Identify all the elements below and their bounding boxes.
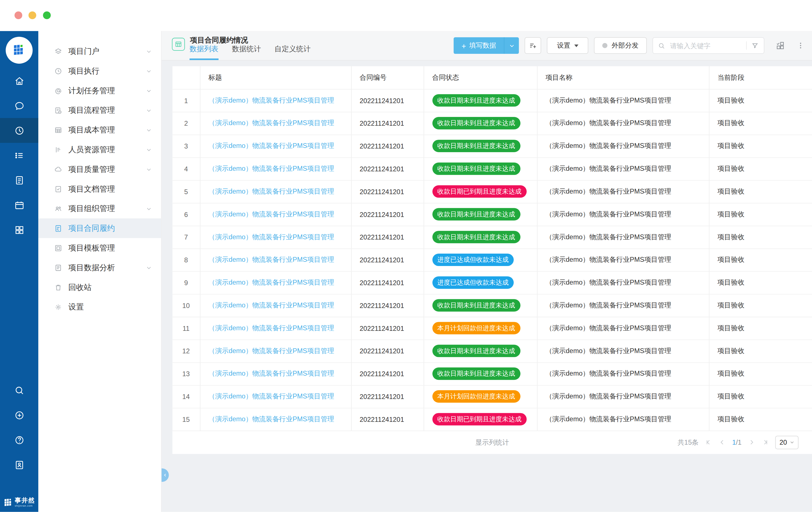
page-size-select[interactable]: 20 [775, 435, 799, 449]
row-number: 13 [173, 362, 200, 385]
record-link[interactable]: （演示demo）物流装备行业PMS项目管理 [208, 347, 334, 355]
doc-lines-icon [54, 263, 63, 272]
record-link[interactable]: （演示demo）物流装备行业PMS项目管理 [208, 119, 334, 127]
rail-item-home[interactable] [0, 68, 38, 93]
status-badge: 本月计划回款但进度未达成 [432, 390, 520, 403]
calendar-icon [13, 199, 25, 211]
first-page-button[interactable] [705, 439, 712, 446]
record-link[interactable]: （演示demo）物流装备行业PMS项目管理 [208, 415, 334, 423]
record-link[interactable]: （演示demo）物流装备行业PMS项目管理 [208, 369, 334, 377]
record-link[interactable]: （演示demo）物流装备行业PMS项目管理 [208, 392, 334, 400]
rail-item-feedback[interactable] [0, 453, 38, 477]
col-title: 标题 [200, 66, 351, 89]
settings-label: 设置 [557, 41, 570, 50]
tab-custom-stats[interactable]: 自定义统计 [274, 44, 311, 60]
tab-data-stats[interactable]: 数据统计 [232, 44, 261, 60]
current-stage: 项目验收 [709, 317, 812, 339]
row-number: 7 [173, 226, 200, 248]
sidebar-item-3[interactable]: 项目流程管理 [38, 100, 161, 120]
app-logo-avatar[interactable] [6, 37, 33, 64]
project-name: （演示demo）物流装备行业PMS项目管理 [537, 408, 709, 430]
table-row: 12 （演示demo）物流装备行业PMS项目管理 202211241201 收款… [173, 339, 812, 362]
row-number: 3 [173, 135, 200, 157]
prev-page-button[interactable] [719, 439, 725, 446]
sidebar-item-6[interactable]: 项目质量管理 [38, 159, 161, 179]
sidebar-item-2[interactable]: 计划任务管理 [38, 81, 161, 100]
page-indicator: 1/1 [732, 439, 742, 446]
status-badge: 收款日期未到且进度未达成 [432, 299, 520, 312]
sidebar-collapse-handle[interactable] [162, 468, 169, 482]
rail-item-projects[interactable] [0, 118, 38, 143]
doc-clock-icon [54, 106, 63, 115]
filter-funnel-icon[interactable] [751, 41, 759, 50]
minimize-button[interactable] [28, 11, 36, 19]
project-name: （演示demo）物流装备行业PMS项目管理 [537, 271, 709, 294]
search-icon [658, 42, 666, 50]
rail-item-search[interactable] [0, 378, 38, 403]
sidebar-item-13[interactable]: 设置 [38, 297, 161, 317]
sidebar-item-label: 项目执行 [68, 66, 146, 76]
record-link[interactable]: （演示demo）物流装备行业PMS项目管理 [208, 142, 334, 150]
search-icon [13, 384, 25, 396]
rail-item-documents[interactable] [0, 168, 38, 192]
project-name: （演示demo）物流装备行业PMS项目管理 [537, 157, 709, 180]
external-distribute-button[interactable]: 外部分发 [594, 37, 647, 54]
fill-data-dropdown-button[interactable] [504, 37, 519, 54]
main-area: 项目合同履约情况 数据列表 数据统计 自定义统计 +填写数据 设置 [162, 31, 812, 512]
tab-data-list[interactable]: 数据列表 [190, 44, 219, 60]
rail-item-list[interactable] [0, 143, 38, 168]
col-row-number [173, 66, 200, 89]
project-name: （演示demo）物流装备行业PMS项目管理 [537, 203, 709, 226]
record-link[interactable]: （演示demo）物流装备行业PMS项目管理 [208, 324, 334, 332]
close-button[interactable] [14, 11, 22, 19]
contract-number: 202211241201 [351, 180, 424, 203]
chevron-down-icon [509, 43, 515, 49]
sidebar-item-7[interactable]: 项目文档管理 [38, 179, 161, 199]
record-link[interactable]: （演示demo）物流装备行业PMS项目管理 [208, 301, 334, 309]
template-icon [54, 243, 63, 252]
project-name: （演示demo）物流装备行业PMS项目管理 [537, 226, 709, 248]
sidebar-item-9[interactable]: 项目合同履约 [38, 218, 161, 238]
sidebar-item-4[interactable]: 项目成本管理 [38, 120, 161, 140]
sidebar-item-12[interactable]: 回收站 [38, 277, 161, 297]
kebab-menu-icon [796, 41, 805, 50]
project-name: （演示demo）物流装备行业PMS项目管理 [537, 248, 709, 271]
sidebar-item-11[interactable]: 项目数据分析 [38, 258, 161, 277]
rail-item-add[interactable] [0, 403, 38, 428]
col-current-stage: 当前阶段 [709, 66, 812, 89]
rail-item-help[interactable] [0, 428, 38, 453]
record-link[interactable]: （演示demo）物流装备行业PMS项目管理 [208, 210, 334, 218]
trash-icon [54, 283, 63, 292]
add-column-button[interactable] [525, 37, 541, 54]
sidebar-item-label: 人员资源管理 [68, 145, 146, 154]
batch-select-button[interactable] [775, 40, 786, 51]
record-link[interactable]: （演示demo）物流装备行业PMS项目管理 [208, 233, 334, 241]
sidebar-item-label: 项目流程管理 [68, 106, 146, 115]
zoom-button[interactable] [43, 11, 51, 19]
contract-icon [54, 224, 63, 233]
record-link[interactable]: （演示demo）物流装备行业PMS项目管理 [208, 96, 334, 104]
search-input[interactable] [669, 41, 744, 50]
record-link[interactable]: （演示demo）物流装备行业PMS项目管理 [208, 278, 334, 286]
record-link[interactable]: （演示demo）物流装备行业PMS项目管理 [208, 255, 334, 264]
record-link[interactable]: （演示demo）物流装备行业PMS项目管理 [208, 164, 334, 173]
fill-data-split-button[interactable]: +填写数据 [454, 37, 519, 54]
sidebar-item-1[interactable]: 项目执行 [38, 61, 161, 81]
rail-item-messages[interactable] [0, 93, 38, 118]
sidebar-item-0[interactable]: 项目门户 [38, 41, 161, 61]
more-actions-button[interactable] [796, 41, 805, 50]
sidebar-item-5[interactable]: 人员资源管理 [38, 140, 161, 159]
rail-item-calendar[interactable] [0, 192, 38, 217]
sidebar-item-label: 项目质量管理 [68, 164, 146, 174]
rail-item-apps[interactable] [0, 217, 38, 242]
doc-check-icon [54, 185, 63, 193]
row-number: 8 [173, 248, 200, 271]
settings-button[interactable]: 设置 [547, 37, 588, 54]
fill-data-button[interactable]: +填写数据 [454, 37, 504, 54]
record-link[interactable]: （演示demo）物流装备行业PMS项目管理 [208, 187, 334, 195]
sidebar-item-10[interactable]: 项目模板管理 [38, 238, 161, 258]
distribute-label: 外部分发 [612, 41, 639, 50]
next-page-button[interactable] [748, 439, 755, 446]
sidebar-item-8[interactable]: 项目组织管理 [38, 199, 161, 218]
last-page-button[interactable] [762, 439, 768, 446]
